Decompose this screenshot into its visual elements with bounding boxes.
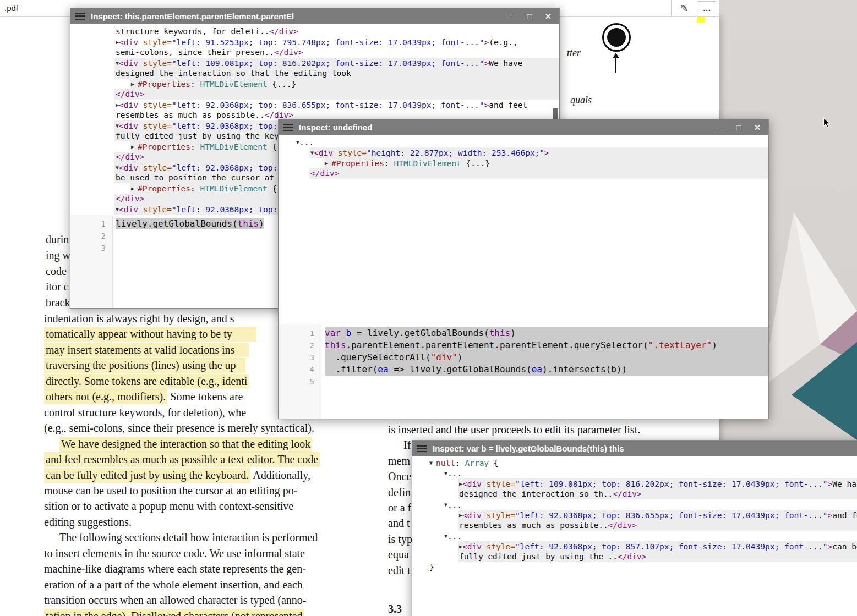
inspector-tree-row[interactable]: ▶<div style="left: 91.5253px; top: 795.7… [114, 37, 559, 47]
window-menu-icon[interactable] [417, 445, 427, 452]
syntax-segment: #Properties [331, 159, 384, 168]
window-buttons: ─ □ ✕ [714, 119, 763, 135]
syntax-segment: ea [532, 364, 542, 375]
inspector-tree-row[interactable]: ▶<div style="left: 92.0368px; top: 857.1… [458, 541, 857, 552]
pdf-text-line: mouse can be used to position the cursor… [44, 485, 297, 497]
syntax-segment: > [544, 148, 549, 157]
code-line[interactable]: this.parentElement.parentElement.parentE… [325, 339, 768, 351]
code-editor: 12345 var b = lively.getGlobalBounds(thi… [279, 324, 768, 419]
syntax-segment: style= [143, 122, 172, 130]
syntax-segment: "left: 92.0368px; top: 857.107px; font-s… [515, 542, 827, 551]
inspector-tree-row[interactable]: ▼... [443, 531, 857, 541]
text-run: brack [46, 296, 70, 309]
inspector-tree-row[interactable]: designed the interaction so th..</div> [458, 489, 857, 499]
syntax-segment: ... [447, 469, 462, 478]
syntax-segment: > [484, 38, 489, 47]
pdf-text-line: mem [388, 455, 410, 468]
window-titlebar[interactable]: Inspect: this.parentElement.parentElemen… [70, 8, 559, 24]
text-run: machine-like diagrams where each state r… [44, 563, 306, 575]
syntax-segment: ▶ [131, 144, 138, 150]
text-run: eration of a a part of the whole element… [44, 579, 303, 591]
code-line[interactable]: .querySelectorAll("div") [325, 351, 768, 364]
inspector-tree-row[interactable]: ▼... [443, 499, 857, 510]
inspector-tree-row[interactable]: ▶<div style="left: 109.081px; top: 816.2… [458, 479, 857, 489]
syntax-segment: ".textLayer" [648, 340, 712, 350]
pdf-text-line: durin [46, 233, 69, 246]
syntax-segment: #Properties [138, 142, 190, 151]
maximize-icon[interactable]: □ [523, 8, 536, 24]
inspector-tree-row[interactable]: ▼... [443, 468, 857, 479]
syntax-segment: structure keywords, for deleti.. [116, 27, 269, 36]
window-buttons: ─ □ ✕ [505, 8, 554, 24]
minimize-icon[interactable]: ─ [714, 119, 726, 135]
more-options-button[interactable]: ... [697, 1, 717, 15]
edit-pencil-icon[interactable]: ✎ [675, 1, 693, 15]
inspector-tree-row[interactable]: semi-colons, since their presen..</div> [114, 47, 559, 58]
window-titlebar[interactable]: Inspect: var b = lively.getGlobalBounds(… [412, 441, 857, 457]
inspector-tree-row[interactable]: structure keywords, for deleti..</div> [114, 26, 559, 37]
inspector-content: ▼...▼<div style="height: 22.877px; width… [279, 135, 768, 419]
syntax-segment: ).intersects(b)) [542, 364, 627, 375]
text-run: is inserted and the user proceeds to edi… [388, 424, 640, 436]
pdf-filename: .pdf [4, 3, 18, 13]
inspector-tree-row[interactable]: resembles as much as possible..</div> [458, 520, 857, 531]
pdf-text-line: is typ [388, 533, 412, 546]
syntax-segment: > [828, 480, 833, 488]
text-run: sition or to activate a popup menu with … [44, 500, 293, 512]
inspector-tree-row[interactable]: </div> [309, 168, 768, 179]
syntax-segment: : [384, 159, 394, 168]
highlighted-text: directly. Some tokens are editable (e.g.… [44, 374, 249, 389]
text-run: Some tokens are [167, 391, 243, 403]
inspector-tree-row[interactable]: ▶ #Properties: HTMLDivElement {...} [324, 158, 768, 168]
window-titlebar[interactable]: Inspect: undefined ─ □ ✕ [279, 119, 768, 135]
highlighted-text: can be fully edited just by using the ke… [44, 468, 250, 483]
code-line[interactable]: .filter(ea => lively.getGlobalBounds(ea)… [325, 364, 768, 376]
text-run: itor c [46, 280, 69, 293]
window-menu-icon[interactable] [75, 13, 85, 20]
syntax-segment: </div> [618, 552, 646, 561]
pdf-text-line: equa [388, 548, 409, 561]
inspector-window-3[interactable]: Inspect: var b = lively.getGlobalBounds(… [412, 440, 857, 616]
inspector-tree-row[interactable]: ▼... [295, 137, 768, 147]
syntax-segment: {...} [461, 159, 490, 168]
inspector-tree-row[interactable]: ▶ #Properties: HTMLDivElement {...} [130, 79, 559, 89]
syntax-segment: HTMLDivElement [394, 159, 461, 168]
code-line[interactable]: var b = lively.getGlobalBounds(this) [325, 327, 768, 339]
close-icon[interactable]: ✕ [751, 119, 763, 135]
inspector-tree-row[interactable]: ▼<div style="height: 22.877px; width: 25… [309, 147, 768, 158]
syntax-segment: #Properties [138, 80, 190, 89]
maximize-icon[interactable]: □ [733, 119, 745, 135]
inspector-tree-row[interactable]: ▶<div style="left: 92.0368px; top: 836.6… [458, 510, 857, 520]
pdf-text-line: machine-like diagrams where each state r… [44, 563, 306, 575]
syntax-segment: (e.g., [489, 38, 517, 47]
pdf-text-line: and t [388, 517, 410, 530]
highlighted-text: tation in the edge). Disallowed characte… [44, 609, 304, 616]
highlighted-text: tomatically appear without having to be … [44, 327, 256, 342]
inspector-content: ▼ null: Array {▼...▶<div style="left: 10… [412, 457, 857, 616]
inspector-tree-row[interactable]: designed the interaction so that the edi… [114, 68, 559, 79]
text-run: and t [388, 517, 410, 529]
inspector-tree-row[interactable]: } [428, 562, 857, 573]
syntax-segment: <div [119, 163, 143, 172]
inspector-tree-row[interactable]: fully edited just by using the ..</div> [458, 552, 857, 562]
inspector-tree-row[interactable]: ▶<div style="left: 92.0368px; top: 836.6… [114, 100, 559, 110]
pdf-text-line: to insert elements in the source code. W… [44, 547, 305, 560]
inspector-window-2[interactable]: Inspect: undefined ─ □ ✕ ▼...▼<div style… [278, 119, 769, 419]
pdf-text-line: 3.3 [388, 603, 402, 615]
pdf-text-line: editing suggestions. [44, 516, 132, 529]
line-number: 2 [279, 339, 321, 351]
minimize-icon[interactable]: ─ [505, 8, 517, 24]
inspector-tree-row[interactable]: ▼ null: Array { [428, 458, 857, 468]
syntax-segment: style= [338, 148, 367, 157]
syntax-segment: </div> [116, 90, 144, 98]
editor-code-area[interactable]: var b = lively.getGlobalBounds(this)this… [325, 324, 768, 419]
code-line[interactable] [325, 376, 768, 388]
text-run: code [46, 265, 67, 277]
syntax-segment: ) [259, 218, 264, 229]
syntax-segment: { [489, 459, 498, 468]
syntax-segment: </div> [613, 490, 641, 498]
inspector-tree-row[interactable]: ▼<div style="left: 109.081px; top: 816.2… [114, 58, 559, 68]
window-menu-icon[interactable] [283, 124, 293, 131]
close-icon[interactable]: ✕ [542, 8, 554, 24]
inspector-tree-row[interactable]: </div> [114, 89, 559, 100]
